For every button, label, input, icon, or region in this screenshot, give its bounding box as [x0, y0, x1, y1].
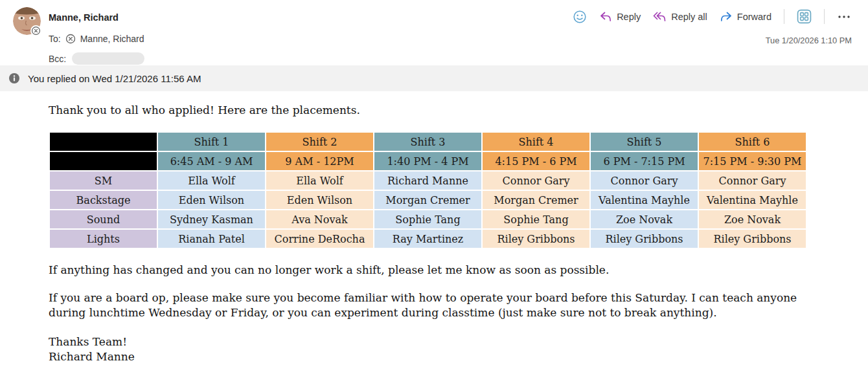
apps-button[interactable]	[797, 9, 812, 24]
recipient-line: To: Manne, Richard	[49, 34, 144, 44]
to-recipient[interactable]: Manne, Richard	[80, 34, 144, 44]
signature-name: Richard Manne	[49, 350, 135, 363]
shift-header-cell: Shift 6	[699, 133, 806, 151]
assignment-cell: Ava Novak	[266, 210, 373, 228]
assignment-cell: Eden Wilson	[158, 191, 265, 209]
table-row: SMElla WolfElla WolfRichard ManneConnor …	[50, 171, 806, 190]
more-options-button[interactable]	[837, 11, 851, 23]
reply-label: Reply	[617, 12, 641, 22]
assignment-cell: Ella Wolf	[158, 171, 265, 190]
reply-all-arrows-icon	[653, 10, 667, 23]
bcc-line: Bcc:	[49, 52, 144, 65]
shift-header-cell: Shift 5	[591, 133, 698, 151]
assignment-cell: Richard Manne	[374, 171, 481, 190]
paragraph-board-op-note: If you are a board op, please make sure …	[49, 291, 819, 320]
sender-name[interactable]: Manne, Richard	[49, 12, 119, 23]
replied-notice-bar[interactable]: You replied on Wed 1/21/2026 11:56 AM	[0, 65, 868, 91]
assignment-cell: Connor Gary	[591, 171, 698, 190]
assignment-cell: Ray Martinez	[374, 230, 481, 248]
assignment-cell: Zoe Novak	[699, 210, 806, 228]
assignment-cell: Riley Gribbons	[591, 230, 698, 248]
to-label: To:	[49, 34, 61, 44]
table-row: SoundSydney KasmanAva NovakSophie TangSo…	[50, 210, 806, 228]
message-body: Thank you to all who applied! Here are t…	[0, 91, 868, 364]
reply-all-label: Reply all	[671, 12, 707, 22]
apps-grid-icon	[797, 9, 812, 24]
reply-button[interactable]: Reply	[599, 10, 641, 23]
assignment-cell: Sophie Tang	[374, 210, 481, 228]
shift-header-cell: Shift 4	[483, 133, 589, 151]
table-row: 6:45 AM - 9 AM9 AM - 12PM1:40 PM - 4 PM4…	[50, 152, 806, 170]
paragraph-intro: Thank you to all who applied! Here are t…	[49, 103, 819, 118]
blocked-contact-icon	[65, 34, 76, 44]
shift-header-cell: Shift 3	[374, 133, 481, 151]
assignment-cell: Riley Gribbons	[699, 230, 806, 248]
forward-arrow-icon	[720, 10, 733, 23]
toolbar-divider	[824, 9, 825, 24]
redacted-corner-cell	[50, 133, 157, 151]
message-date: Tue 1/20/2026 1:10 PM	[766, 36, 852, 45]
avatar-blocked-badge	[30, 25, 41, 36]
sender-avatar[interactable]	[13, 7, 41, 35]
assignment-cell: Connor Gary	[699, 171, 806, 190]
message-toolbar: Reply Reply all Forward	[573, 9, 851, 24]
assignment-cell: Ella Wolf	[266, 171, 373, 190]
forward-label: Forward	[737, 12, 771, 22]
assignment-cell: Zoe Novak	[591, 210, 698, 228]
assignment-cell: Corrine DeRocha	[266, 230, 373, 248]
add-reaction-button[interactable]	[573, 10, 587, 24]
assignment-cell: Morgan Cremer	[374, 191, 481, 209]
role-cell: Sound	[50, 210, 157, 228]
smiley-icon	[573, 10, 587, 24]
shift-time-cell: 1:40 PM - 4 PM	[374, 152, 481, 170]
assignment-cell: Rianah Patel	[158, 230, 265, 248]
forward-button[interactable]: Forward	[720, 10, 771, 23]
bcc-label: Bcc:	[49, 54, 66, 64]
role-cell: SM	[50, 171, 157, 190]
assignment-cell: Riley Gribbons	[483, 230, 589, 248]
redacted-corner-cell	[50, 152, 157, 170]
role-cell: Lights	[50, 230, 157, 248]
table-row: BackstageEden WilsonEden WilsonMorgan Cr…	[50, 191, 806, 209]
assignment-cell: Sophie Tang	[483, 210, 589, 228]
shift-header-cell: Shift 2	[266, 133, 373, 151]
shift-time-cell: 4:15 PM - 6 PM	[483, 152, 589, 170]
assignment-cell: Valentina Mayhle	[699, 191, 806, 209]
email-reading-pane: Manne, Richard To: Manne, Richard Bcc:	[0, 0, 868, 374]
toolbar-divider	[784, 9, 784, 24]
assignment-cell: Morgan Cremer	[483, 191, 589, 209]
shift-time-cell: 9 AM - 12PM	[266, 152, 373, 170]
bcc-redacted-recipient	[72, 52, 144, 65]
signature-block: Thanks Team! Richard Manne	[49, 335, 819, 364]
assignment-cell: Valentina Mayhle	[591, 191, 698, 209]
more-options-icon	[837, 11, 851, 23]
assignment-cell: Sydney Kasman	[158, 210, 265, 228]
info-icon	[8, 72, 20, 84]
role-cell: Backstage	[50, 191, 157, 209]
reply-arrow-icon	[599, 10, 612, 23]
blocked-contact-icon	[31, 26, 41, 36]
shift-header-cell: Shift 1	[158, 133, 265, 151]
paragraph-change-note: If anything has changed and you can no l…	[49, 263, 819, 278]
shift-placement-table: Shift 1Shift 2Shift 3Shift 4Shift 5Shift…	[49, 131, 807, 249]
table-row: LightsRianah PatelCorrine DeRochaRay Mar…	[50, 230, 806, 248]
replied-notice-text: You replied on Wed 1/21/2026 11:56 AM	[28, 73, 201, 84]
table-row: Shift 1Shift 2Shift 3Shift 4Shift 5Shift…	[50, 133, 806, 151]
assignment-cell: Eden Wilson	[266, 191, 373, 209]
reply-all-button[interactable]: Reply all	[653, 10, 707, 23]
signoff-text: Thanks Team!	[49, 335, 127, 348]
shift-time-cell: 6 PM - 7:15 PM	[591, 152, 698, 170]
shift-time-cell: 7:15 PM - 9:30 PM	[699, 152, 806, 170]
assignment-cell: Connor Gary	[483, 171, 589, 190]
shift-time-cell: 6:45 AM - 9 AM	[158, 152, 265, 170]
